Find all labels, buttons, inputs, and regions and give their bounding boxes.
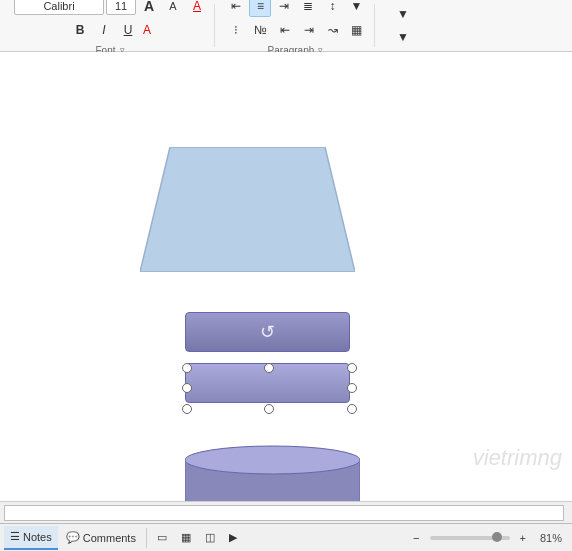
align-center-button[interactable]: ≡ xyxy=(249,0,271,17)
align-justify-button[interactable]: ≣ xyxy=(297,0,319,17)
line-spacing-button[interactable]: ↕ xyxy=(321,0,343,17)
status-input[interactable] xyxy=(4,505,564,521)
handle-tr[interactable] xyxy=(347,363,357,373)
align-left-button[interactable]: ⇤ xyxy=(225,0,247,17)
comments-button[interactable]: 💬 Comments xyxy=(60,526,142,550)
zoom-thumb[interactable] xyxy=(492,532,502,542)
zoom-in-button[interactable]: + xyxy=(514,526,532,550)
font-shrink-button[interactable]: A xyxy=(162,0,184,17)
font-color-indicator: A xyxy=(141,23,153,37)
paragraph-group: ⇤ ≡ ⇥ ≣ ↕ ▼ ⁝ № ⇤ ⇥ ↝ ▦ Paragraph ▿ xyxy=(219,4,375,47)
rotate-icon: ↺ xyxy=(260,321,275,343)
zoom-out-button[interactable]: − xyxy=(407,526,425,550)
status-bar xyxy=(0,501,572,523)
font-row-2: B I U A xyxy=(69,19,153,41)
extra-group: ▼ ▼ xyxy=(379,4,427,47)
normal-view-button[interactable]: ▭ xyxy=(151,526,173,550)
font-row-1: Calibri 11 A A A xyxy=(14,0,208,17)
bold-button[interactable]: B xyxy=(69,19,91,41)
cylinder-shape[interactable] xyxy=(185,442,360,501)
numbering-button[interactable]: № xyxy=(249,19,272,41)
reading-view-button[interactable]: ◫ xyxy=(199,526,221,550)
italic-button[interactable]: I xyxy=(93,19,115,41)
font-name-dropdown[interactable]: Calibri xyxy=(14,0,104,15)
selected-rect-container[interactable] xyxy=(182,360,347,400)
rounded-rect-rotate-shape[interactable]: ↺ xyxy=(185,312,350,352)
extra-dropdown2-button[interactable]: ▼ xyxy=(385,27,421,48)
slide-show-icon: ▶ xyxy=(229,531,237,544)
zoom-indicator: 81% xyxy=(534,532,568,544)
text-direction-button[interactable]: ↝ xyxy=(322,19,344,41)
bullets-button[interactable]: ⁝ xyxy=(225,19,247,41)
handle-bm[interactable] xyxy=(264,404,274,414)
slide-sorter-icon: ▦ xyxy=(181,531,191,544)
svg-marker-0 xyxy=(140,147,355,272)
handle-tl[interactable] xyxy=(182,363,192,373)
watermark: vietrimng xyxy=(473,445,562,471)
handle-ml[interactable] xyxy=(182,383,192,393)
handle-mr[interactable] xyxy=(347,383,357,393)
handle-tm[interactable] xyxy=(264,363,274,373)
para-row-2: ⁝ № ⇤ ⇥ ↝ ▦ xyxy=(225,19,368,41)
notes-label: Notes xyxy=(23,531,52,543)
underline-button[interactable]: U xyxy=(117,19,139,41)
notes-button[interactable]: ☰ Notes xyxy=(4,526,58,550)
bottom-bar: ☰ Notes 💬 Comments ▭ ▦ ◫ ▶ − + 81% xyxy=(0,523,572,551)
para-row-1: ⇤ ≡ ⇥ ≣ ↕ ▼ xyxy=(225,0,367,17)
comments-icon: 💬 xyxy=(66,531,80,544)
align-right-button[interactable]: ⇥ xyxy=(273,0,295,17)
handle-bl[interactable] xyxy=(182,404,192,414)
slide-sorter-button[interactable]: ▦ xyxy=(175,526,197,550)
extra-dropdown-button[interactable]: ▼ xyxy=(385,4,421,25)
decrease-indent-button[interactable]: ⇤ xyxy=(274,19,296,41)
comments-label: Comments xyxy=(83,532,136,544)
zoom-control: − + xyxy=(407,526,532,550)
reading-view-icon: ◫ xyxy=(205,531,215,544)
font-size-dropdown[interactable]: 11 xyxy=(106,0,136,15)
bottom-divider-1 xyxy=(146,528,147,548)
text-columns-button[interactable]: ▦ xyxy=(346,19,368,41)
handle-br[interactable] xyxy=(347,404,357,414)
zoom-bar[interactable] xyxy=(430,536,510,540)
trapezoid-shape[interactable] xyxy=(140,147,355,272)
clear-formatting-button[interactable]: A xyxy=(186,0,208,17)
slide-show-button[interactable]: ▶ xyxy=(223,526,243,550)
normal-view-icon: ▭ xyxy=(157,531,167,544)
increase-indent-button[interactable]: ⇥ xyxy=(298,19,320,41)
notes-icon: ☰ xyxy=(10,530,20,543)
canvas-area[interactable]: ↺ vietrimng xyxy=(0,52,572,501)
dropdown-arrow-para[interactable]: ▼ xyxy=(345,0,367,17)
toolbar: Calibri 11 A A A B I U A Font ▿ ⇤ ≡ ⇥ ≣ … xyxy=(0,0,572,52)
font-group: Calibri 11 A A A B I U A Font ▿ xyxy=(8,4,215,47)
font-grow-button[interactable]: A xyxy=(138,0,160,17)
svg-point-3 xyxy=(185,446,360,474)
